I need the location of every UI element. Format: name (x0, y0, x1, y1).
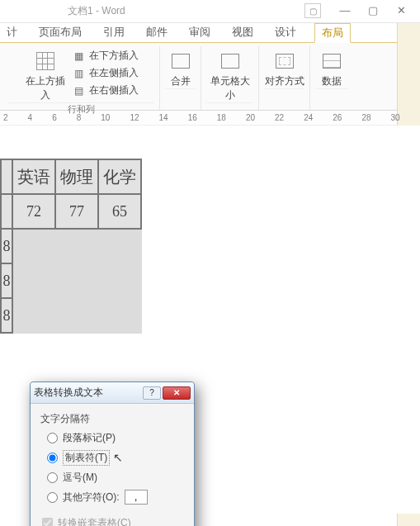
dialog-body: 文字分隔符 段落标记(P) 制表符(T) ↖ 逗号(M) 其他字符(O): (31, 404, 194, 526)
nested-tables-checkbox (42, 518, 53, 526)
separator-group-title: 文字分隔符 (40, 412, 184, 426)
row-below-icon: ▦ (73, 50, 86, 63)
tab-view[interactable]: 视图 (229, 22, 257, 42)
table-cell[interactable] (1, 159, 12, 194)
convert-table-to-text-dialog: 表格转换成文本 ? ✕ 文字分隔符 段落标记(P) 制表符(T) ↖ 逗号(M) (30, 381, 195, 526)
insert-right-button[interactable]: ▤在右侧插入 (71, 83, 140, 98)
dialog-titlebar[interactable]: 表格转换成文本 ? ✕ (31, 382, 194, 404)
table-header[interactable]: 物理 (55, 159, 98, 194)
cell-size-button[interactable]: 单元格大小 (208, 46, 252, 102)
radio-comma-input[interactable] (47, 472, 58, 483)
table-header[interactable]: 英语 (12, 159, 55, 194)
ribbon-group-alignment: 对齐方式 (259, 46, 310, 110)
close-button[interactable]: ✕ (387, 2, 415, 18)
merge-icon (169, 50, 192, 73)
insert-above-button[interactable]: 在上方插入 (23, 46, 68, 102)
radio-tab[interactable]: 制表符(T) ↖ (47, 450, 184, 466)
alignment-button[interactable]: 对齐方式 (262, 46, 307, 88)
mouse-cursor-icon: ↖ (113, 451, 123, 464)
window-controls: — ▢ ✕ (331, 2, 415, 18)
ribbon-group-data: 数据 (310, 46, 353, 110)
window-title: 文档1 - Word (68, 4, 125, 18)
insert-above-label: 在上方插入 (23, 74, 68, 102)
col-right-icon: ▤ (73, 84, 86, 97)
document-table[interactable]: 英语 物理 化学 72 77 65 8 8 8 (0, 159, 142, 334)
col-left-icon: ▥ (73, 67, 86, 80)
radio-paragraph-input[interactable] (47, 433, 58, 443)
radio-tab-input[interactable] (47, 453, 58, 463)
ribbon-tabs: 计 页面布局 引用 邮件 审阅 视图 设计 布局 (0, 23, 420, 43)
nested-tables-checkbox-row: 转换嵌套表格(C) (42, 516, 184, 526)
titlebar: 文档1 - Word ▢ — ▢ ✕ (0, 0, 420, 23)
tab-page-layout[interactable]: 页面布局 (35, 22, 85, 42)
alignment-label: 对齐方式 (265, 74, 304, 88)
merge-button[interactable]: 合并 (158, 46, 203, 88)
data-button[interactable]: 数据 (309, 46, 354, 88)
table-cell[interactable] (1, 194, 12, 229)
tab-layout[interactable]: 布局 (314, 23, 351, 43)
insert-right-label: 在右侧插入 (89, 83, 139, 97)
table-cell[interactable]: 8 (1, 298, 12, 333)
merge-label: 合并 (171, 74, 191, 88)
dialog-title: 表格转换成文本 (34, 386, 103, 400)
radio-other-input[interactable] (47, 492, 58, 503)
radio-other-label: 其他字符(O): (63, 490, 120, 505)
dialog-help-button[interactable]: ? (143, 386, 161, 400)
tab-references[interactable]: 引用 (100, 22, 128, 42)
tab-review[interactable]: 审阅 (186, 22, 214, 42)
table-cell[interactable]: 77 (55, 194, 98, 229)
document-canvas[interactable]: 英语 物理 化学 72 77 65 8 8 8 表格转换成文本 ? ✕ 文字分隔… (0, 126, 420, 514)
ribbon-group-rows-cols: 在上方插入 ▦在下方插入 ▥在左侧插入 ▤在右侧插入 行和列 (3, 46, 160, 110)
tab-partial[interactable]: 计 (3, 22, 21, 42)
table-header[interactable]: 化学 (98, 159, 141, 194)
table-cell[interactable]: 65 (98, 194, 141, 229)
data-label: 数据 (322, 74, 342, 88)
insert-below-label: 在下方插入 (89, 49, 139, 63)
table-icon (34, 50, 57, 73)
nested-tables-label: 转换嵌套表格(C) (58, 516, 131, 526)
minimize-button[interactable]: — (331, 2, 359, 18)
ribbon-group-merge: 合并 (160, 46, 201, 110)
table-cell[interactable]: 8 (1, 229, 12, 263)
table-cell[interactable]: 8 (1, 263, 12, 298)
other-char-input[interactable] (125, 490, 148, 505)
cell-size-icon (219, 50, 242, 73)
cell-size-label: 单元格大小 (208, 74, 252, 102)
ribbon-display-options-icon[interactable]: ▢ (304, 3, 321, 18)
table-cell[interactable]: 72 (12, 194, 55, 229)
radio-comma[interactable]: 逗号(M) (47, 471, 184, 485)
radio-comma-label: 逗号(M) (63, 471, 97, 485)
radio-paragraph-label: 段落标记(P) (63, 431, 116, 445)
radio-other[interactable]: 其他字符(O): (47, 490, 184, 505)
insert-left-label: 在左侧插入 (89, 66, 139, 80)
ribbon: 在上方插入 ▦在下方插入 ▥在左侧插入 ▤在右侧插入 行和列 合并 单元格大小 … (0, 43, 420, 111)
radio-paragraph-mark[interactable]: 段落标记(P) (47, 431, 184, 445)
insert-left-button[interactable]: ▥在左侧插入 (71, 65, 140, 81)
insert-below-button[interactable]: ▦在下方插入 (71, 48, 140, 64)
maximize-button[interactable]: ▢ (359, 2, 387, 18)
dialog-close-button[interactable]: ✕ (163, 386, 191, 400)
tab-design[interactable]: 设计 (271, 22, 300, 42)
ribbon-group-cell-size: 单元格大小 (201, 46, 259, 110)
data-icon (320, 50, 343, 73)
alignment-icon (273, 50, 296, 73)
radio-tab-label: 制表符(T) (63, 450, 110, 466)
tab-mailings[interactable]: 邮件 (143, 22, 171, 42)
